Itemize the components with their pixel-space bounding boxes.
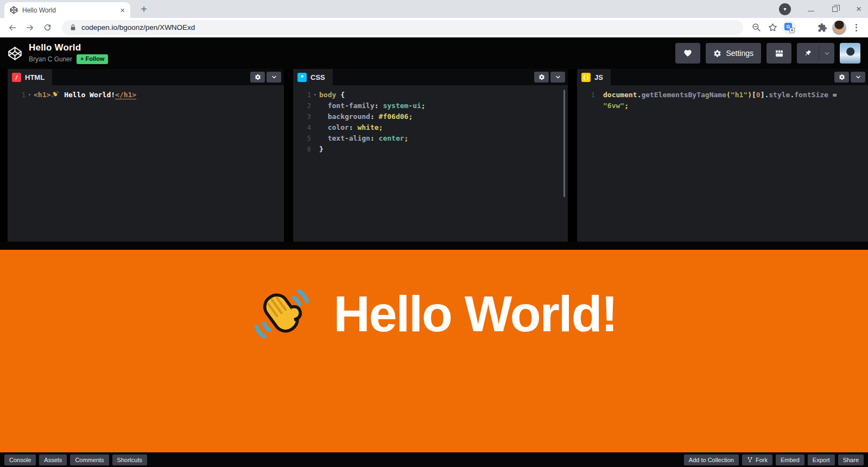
toolbar-hide-button[interactable]: ▾ bbox=[779, 3, 791, 15]
html-settings-button[interactable] bbox=[250, 72, 265, 83]
css-icon: * bbox=[297, 73, 307, 82]
fork-button[interactable]: Fork bbox=[742, 455, 772, 465]
back-button[interactable] bbox=[5, 21, 20, 35]
css-collapse-button[interactable] bbox=[550, 72, 565, 83]
share-button[interactable]: Share bbox=[838, 455, 864, 465]
console-button[interactable]: Console bbox=[4, 455, 36, 465]
waving-hand-emoji bbox=[51, 90, 59, 98]
code-lines: 1▾<h1> Hello World!</h1> bbox=[8, 90, 284, 100]
code-lines: 1document.getElementsByTagName("h1")[0].… bbox=[577, 90, 868, 111]
pin-dropdown-button[interactable] bbox=[819, 43, 834, 64]
like-button[interactable] bbox=[675, 43, 700, 64]
gear-icon bbox=[538, 74, 545, 80]
fold-spacer bbox=[311, 111, 319, 122]
pen-meta: Hello World Bryan C Guner + Follow bbox=[29, 42, 108, 64]
preview-heading-row: Hello World! bbox=[251, 283, 617, 344]
code-line[interactable]: 1▾body { bbox=[293, 90, 568, 100]
add-to-collection-button[interactable]: Add to Collection bbox=[684, 455, 739, 465]
translate-extension-icon[interactable]: GA bbox=[782, 21, 796, 35]
browser-urlbar: codepen.io/bgoonz/pen/XWNOExd GA bbox=[0, 18, 868, 37]
fold-caret-icon[interactable]: ▾ bbox=[311, 90, 319, 100]
waving-hand-emoji bbox=[251, 283, 312, 344]
zoom-icon[interactable] bbox=[750, 21, 763, 34]
minimize-button[interactable] bbox=[807, 5, 815, 13]
footer-left: ConsoleAssetsCommentsShortcuts bbox=[4, 455, 147, 465]
code-line[interactable]: 6} bbox=[293, 144, 568, 155]
tab-js[interactable]: () JS bbox=[577, 69, 611, 85]
window-controls: ▾ × bbox=[779, 0, 863, 18]
assets-button[interactable]: Assets bbox=[39, 455, 67, 465]
html-icon: / bbox=[12, 73, 21, 82]
js-code-area[interactable]: 1document.getElementsByTagName("h1")[0].… bbox=[577, 85, 868, 242]
extensions-puzzle-icon[interactable] bbox=[816, 21, 829, 34]
shortcuts-button[interactable]: Shortcuts bbox=[112, 455, 147, 465]
new-tab-button[interactable]: + bbox=[137, 2, 151, 16]
codepen-header: Hello World Bryan C Guner + Follow Setti… bbox=[0, 37, 868, 69]
tab-html[interactable]: / HTML bbox=[8, 69, 52, 85]
browser-tab[interactable]: Hello World × bbox=[4, 2, 130, 18]
fold-caret-icon[interactable]: ▾ bbox=[26, 90, 34, 100]
html-collapse-button[interactable] bbox=[267, 72, 281, 83]
code-lines: 1▾body {2 font-family: system-ui;3 backg… bbox=[293, 90, 568, 155]
fold-spacer bbox=[311, 133, 319, 144]
fork-icon bbox=[747, 457, 753, 463]
pen-title: Hello World bbox=[29, 42, 108, 53]
lock-icon bbox=[69, 24, 77, 31]
refresh-button[interactable] bbox=[40, 21, 54, 35]
code-line[interactable]: 1▾<h1> Hello World!</h1> bbox=[8, 90, 284, 100]
settings-button[interactable]: Settings bbox=[706, 43, 761, 64]
change-view-button[interactable] bbox=[766, 43, 791, 64]
forward-button[interactable] bbox=[23, 21, 37, 35]
pin-button[interactable] bbox=[797, 43, 819, 64]
follow-button[interactable]: + Follow bbox=[77, 54, 108, 64]
grid-extension-icon[interactable] bbox=[800, 21, 813, 34]
browser-menu-icon[interactable] bbox=[850, 21, 863, 34]
pin-icon bbox=[804, 49, 812, 58]
preview-pane: Hello World! bbox=[0, 250, 868, 452]
chevron-down-icon bbox=[823, 50, 831, 57]
editor-bar-html: / HTML bbox=[8, 69, 284, 85]
heart-icon bbox=[683, 49, 692, 58]
address-bar[interactable]: codepen.io/bgoonz/pen/XWNOExd bbox=[62, 20, 743, 35]
browser-profile-avatar[interactable] bbox=[832, 21, 846, 35]
code-line[interactable]: 4 color: white; bbox=[293, 122, 568, 133]
gear-icon bbox=[713, 49, 721, 58]
comments-button[interactable]: Comments bbox=[70, 455, 109, 465]
code-line[interactable]: 2 font-family: system-ui; bbox=[293, 100, 568, 111]
tab-close-icon[interactable]: × bbox=[120, 6, 125, 14]
fold-spacer bbox=[311, 144, 319, 155]
editor-panel-css: * CSS 1▾body {2 font-family: system-ui;3… bbox=[293, 69, 568, 242]
gear-icon bbox=[839, 74, 845, 80]
bookmark-star-icon[interactable] bbox=[766, 21, 779, 34]
close-window-button[interactable]: × bbox=[855, 5, 863, 13]
user-avatar[interactable] bbox=[840, 43, 860, 64]
editor-panel-js: () JS 1document.getElementsByTagName("h1… bbox=[577, 69, 868, 242]
url-text: codepen.io/bgoonz/pen/XWNOExd bbox=[81, 23, 195, 31]
settings-label: Settings bbox=[726, 49, 753, 58]
fold-spacer bbox=[311, 100, 319, 111]
fold-spacer bbox=[311, 122, 319, 133]
codepen-logo-icon bbox=[8, 46, 22, 61]
code-line[interactable]: 1document.getElementsByTagName("h1")[0].… bbox=[577, 90, 868, 111]
tab-title: Hello World bbox=[22, 7, 116, 14]
editor-bar-css: * CSS bbox=[293, 69, 568, 85]
css-settings-button[interactable] bbox=[534, 72, 549, 83]
restore-button[interactable] bbox=[831, 5, 839, 13]
js-settings-button[interactable] bbox=[834, 72, 849, 83]
preview-heading: Hello World! bbox=[334, 289, 617, 339]
layout-grid-icon bbox=[775, 49, 784, 58]
chevron-down-icon bbox=[555, 74, 561, 80]
code-line[interactable]: 3 background: #f06d06; bbox=[293, 111, 568, 122]
js-icon: () bbox=[581, 73, 591, 82]
embed-button[interactable]: Embed bbox=[776, 455, 804, 465]
css-scrollbar[interactable] bbox=[563, 90, 565, 197]
tab-css[interactable]: * CSS bbox=[293, 69, 333, 85]
pen-author[interactable]: Bryan C Guner bbox=[29, 55, 72, 63]
js-collapse-button[interactable] bbox=[851, 72, 865, 83]
export-button[interactable]: Export bbox=[808, 455, 835, 465]
code-line[interactable]: 5 text-align: center; bbox=[293, 133, 568, 144]
html-code-area[interactable]: 1▾<h1> Hello World!</h1> bbox=[8, 85, 284, 242]
preview-divider[interactable] bbox=[0, 242, 868, 250]
css-code-area[interactable]: 1▾body {2 font-family: system-ui;3 backg… bbox=[293, 85, 568, 242]
gear-icon bbox=[255, 74, 261, 80]
